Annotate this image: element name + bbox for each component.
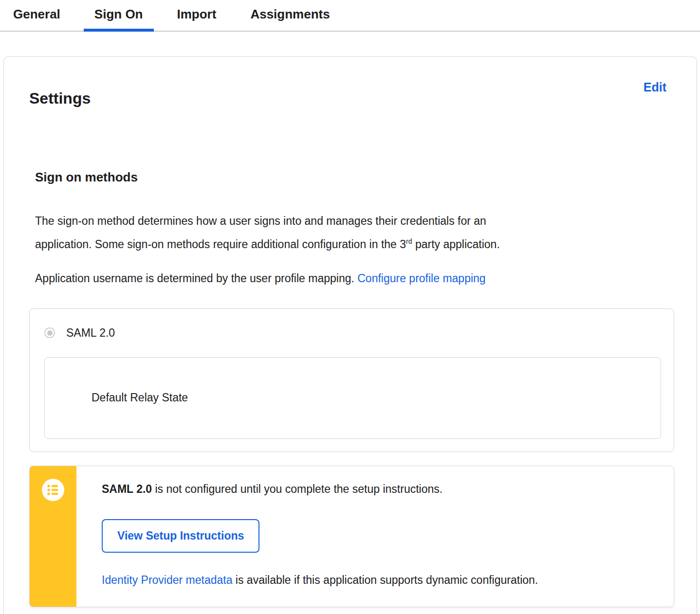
edit-link[interactable]: Edit bbox=[644, 79, 666, 95]
saml-method-box: SAML 2.0 Default Relay State bbox=[29, 308, 674, 452]
tab-general[interactable]: General bbox=[2, 4, 71, 31]
default-relay-state-field: Default Relay State bbox=[44, 357, 661, 439]
saml-setup-callout: SAML 2.0 is not configured until you com… bbox=[29, 466, 674, 608]
tab-import[interactable]: Import bbox=[166, 4, 227, 31]
callout-message-bold: SAML 2.0 bbox=[102, 483, 152, 495]
sign-on-description: The sign-on method determines how a user… bbox=[35, 209, 665, 256]
saml-radio-button[interactable] bbox=[44, 327, 55, 338]
tab-sign-on[interactable]: Sign On bbox=[84, 4, 154, 31]
default-relay-state-label: Default Relay State bbox=[92, 391, 188, 404]
tab-assignments[interactable]: Assignments bbox=[239, 4, 340, 31]
identity-provider-metadata-link[interactable]: Identity Provider metadata bbox=[102, 574, 232, 586]
ordinal-superscript: rd bbox=[406, 237, 412, 245]
description-line-2: application. Some sign-on methods requir… bbox=[35, 233, 665, 256]
description-line-1: The sign-on method determines how a user… bbox=[35, 209, 665, 233]
metadata-note: Identity Provider metadata is available … bbox=[102, 573, 654, 588]
callout-warning-bar bbox=[30, 466, 76, 607]
callout-message: SAML 2.0 is not configured until you com… bbox=[102, 482, 654, 497]
settings-card-header: Settings Edit bbox=[4, 57, 697, 118]
username-mapping-note: Application username is determined by th… bbox=[35, 267, 665, 290]
saml-radio-label: SAML 2.0 bbox=[66, 326, 115, 340]
app-tab-bar: General Sign On Import Assignments bbox=[0, 0, 700, 32]
sign-on-methods-section: Sign on methods The sign-on method deter… bbox=[4, 170, 697, 290]
sign-on-methods-heading: Sign on methods bbox=[35, 170, 665, 185]
bulleted-list-icon bbox=[42, 479, 64, 501]
radio-dot bbox=[47, 330, 53, 336]
configure-profile-mapping-link[interactable]: Configure profile mapping bbox=[357, 272, 485, 285]
settings-card: Settings Edit Sign on methods The sign-o… bbox=[3, 56, 697, 614]
callout-body: SAML 2.0 is not configured until you com… bbox=[76, 466, 674, 607]
view-setup-instructions-button[interactable]: View Setup Instructions bbox=[102, 519, 259, 553]
settings-title: Settings bbox=[29, 90, 91, 108]
saml-radio-row: SAML 2.0 bbox=[44, 326, 661, 340]
